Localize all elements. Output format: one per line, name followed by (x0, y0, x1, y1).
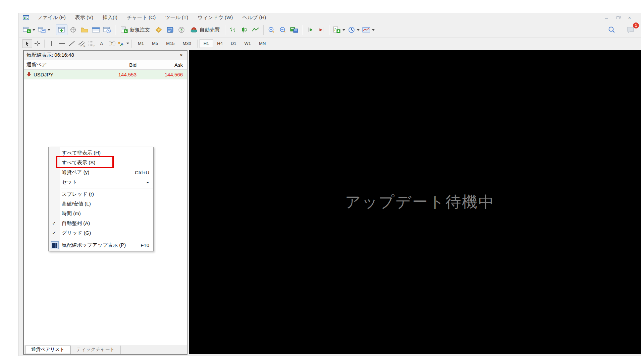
submenu-arrow-icon: ► (146, 181, 149, 184)
crosshair-tool-button[interactable] (32, 39, 42, 48)
line-chart-mode-button[interactable] (250, 24, 261, 35)
menu-item-time[interactable]: 時間 (m) (49, 209, 153, 219)
periods-button[interactable] (346, 24, 361, 35)
search-button[interactable] (606, 24, 618, 35)
tile-windows-icon (290, 26, 298, 33)
mdi-restore-button[interactable] (616, 16, 620, 19)
templates-button[interactable] (361, 24, 376, 35)
toolbar-separator (131, 40, 132, 48)
chevron-down-icon (342, 29, 345, 31)
market-watch-title: 気配値表示: 06:16:48 (26, 52, 74, 58)
cursor-tool-button[interactable] (22, 39, 32, 48)
timeframe-w1[interactable]: W1 (240, 39, 255, 48)
metaeditor-button[interactable] (153, 24, 164, 35)
auto-scroll-button[interactable] (304, 24, 316, 35)
toolbar-separator (302, 25, 302, 35)
timeframe-h1[interactable]: H1 (200, 39, 213, 48)
market-watch-button[interactable] (56, 24, 67, 35)
notifications-button[interactable]: 1 (625, 24, 636, 35)
mdi-minimize-button[interactable] (605, 16, 608, 19)
arrows-tool-button[interactable] (117, 39, 129, 48)
menu-separator (49, 238, 153, 240)
timeframe-m5[interactable]: M5 (148, 39, 162, 48)
menu-file[interactable]: ファイル (F) (33, 14, 70, 21)
svg-text:F: F (94, 44, 95, 47)
horizontal-line-icon (58, 41, 65, 46)
toolbar-separator (54, 25, 54, 35)
mdi-close-button[interactable]: × (628, 16, 631, 19)
market-watch-titlebar[interactable]: 気配値表示: 06:16:48 × (24, 51, 187, 60)
text-label-tool-button[interactable]: T (107, 39, 117, 48)
text-tool-button[interactable]: A (97, 39, 107, 48)
chevron-down-icon (357, 29, 360, 31)
menu-view[interactable]: 表示 (V) (70, 14, 98, 21)
vertical-line-tool-button[interactable] (47, 39, 57, 48)
menu-item-symbols[interactable]: 通貨ペア (y) Ctrl+U (49, 168, 153, 177)
toolbar-separator (263, 25, 264, 35)
toolbar-separator (225, 25, 225, 35)
timeframe-h4[interactable]: H4 (213, 39, 227, 48)
zoom-in-button[interactable] (266, 24, 277, 35)
toolbar-separator (329, 25, 329, 35)
zoom-in-icon (268, 26, 275, 33)
market-watch-tabs: 通貨ペアリスト ティックチャート (24, 345, 187, 354)
column-header-ask[interactable]: Ask (140, 60, 187, 69)
market-watch-header-row: 通貨ペア Bid Ask (24, 60, 187, 70)
trendline-tool-button[interactable] (67, 39, 77, 48)
ask-value: 144.566 (140, 70, 187, 79)
chart-area[interactable]: アップデート待機中 (189, 50, 641, 354)
line-studies-toolbar: E F A T (19, 38, 641, 49)
indicators-button[interactable]: f (331, 24, 346, 35)
chevron-down-icon (48, 29, 50, 31)
zoom-out-button[interactable] (277, 24, 288, 35)
tile-windows-button[interactable] (288, 24, 300, 35)
terminal-button[interactable] (90, 24, 102, 35)
fibonacci-tool-button[interactable]: F (87, 39, 97, 48)
menu-insert[interactable]: 挿入(I) (98, 14, 122, 21)
chart-shift-button[interactable] (316, 24, 327, 35)
horizontal-line-tool-button[interactable] (57, 39, 67, 48)
strategy-tester-button[interactable] (102, 24, 113, 35)
profiles-button[interactable] (37, 24, 52, 35)
close-icon[interactable]: × (178, 53, 184, 58)
timeframe-mn[interactable]: MN (255, 39, 270, 48)
timeframe-m1[interactable]: M1 (134, 39, 148, 48)
column-header-bid[interactable]: Bid (93, 60, 140, 69)
menu-item-spread[interactable]: スプレッド (r) (49, 189, 153, 199)
broadcast-button[interactable] (176, 24, 187, 35)
menu-item-grid[interactable]: ✓ グリッド (G) (49, 228, 153, 238)
bar-chart-icon (229, 26, 236, 33)
navigator-button[interactable] (79, 24, 90, 35)
data-window-button[interactable] (67, 24, 79, 35)
notification-badge: 1 (633, 22, 639, 28)
candlestick-mode-button[interactable] (238, 24, 250, 35)
menu-item-popup-prices[interactable]: 気配値ポップアップ表示 (P) F10 (49, 240, 153, 250)
menu-window[interactable]: ウィンドウ (W) (193, 14, 237, 21)
new-order-button[interactable]: 新規注文 (117, 24, 153, 35)
toolbar-separator (115, 25, 115, 35)
menu-item-sets[interactable]: セット ► (49, 177, 153, 187)
channel-tool-button[interactable]: E (77, 39, 87, 48)
timeframe-m15[interactable]: M15 (162, 39, 178, 48)
timeframe-m30[interactable]: M30 (178, 39, 195, 48)
menu-tools[interactable]: ツール (T) (160, 14, 193, 21)
column-header-symbol[interactable]: 通貨ペア (24, 60, 93, 69)
new-chart-button[interactable] (21, 24, 37, 35)
table-row-usdjpy[interactable]: USDJPY 144.553 144.566 (24, 70, 187, 79)
menu-item-high-low[interactable]: 高値/安値 (L) (49, 199, 153, 209)
metaeditor-icon (155, 26, 163, 33)
menu-separator (49, 187, 153, 189)
auto-trading-button[interactable]: 自動売買 (187, 24, 223, 35)
profiles-icon (38, 26, 46, 33)
tab-tick-chart[interactable]: ティックチャート (71, 346, 121, 354)
bid-value: 144.553 (93, 70, 140, 79)
tab-symbols-list[interactable]: 通貨ペアリスト (25, 346, 71, 354)
timeframe-d1[interactable]: D1 (227, 39, 240, 48)
bar-chart-mode-button[interactable] (227, 24, 238, 35)
options-button[interactable] (164, 24, 176, 35)
menu-charts[interactable]: チャート (C) (122, 14, 160, 21)
broadcast-icon (178, 26, 185, 33)
menu-help[interactable]: ヘルプ (H) (237, 14, 271, 21)
toolbar-separator (197, 40, 198, 48)
menu-item-auto-arrange[interactable]: ✓ 自動整列 (A) (49, 219, 153, 228)
